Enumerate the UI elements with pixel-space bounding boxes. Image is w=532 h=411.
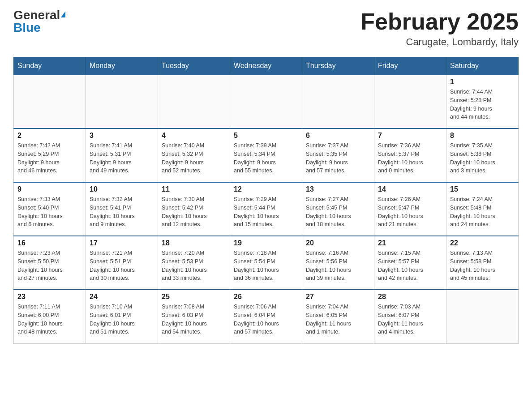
day-info: Sunrise: 7:32 AM Sunset: 5:41 PM Dayligh…: [90, 195, 154, 229]
table-row: [230, 75, 302, 128]
day-info: Sunrise: 7:35 AM Sunset: 5:38 PM Dayligh…: [450, 141, 515, 175]
day-number: 24: [90, 293, 154, 301]
day-info: Sunrise: 7:33 AM Sunset: 5:40 PM Dayligh…: [17, 195, 82, 229]
calendar-week-row: 9Sunrise: 7:33 AM Sunset: 5:40 PM Daylig…: [14, 182, 519, 236]
day-info: Sunrise: 7:40 AM Sunset: 5:32 PM Dayligh…: [162, 141, 226, 175]
table-row: [302, 75, 374, 128]
table-row: 17Sunrise: 7:21 AM Sunset: 5:51 PM Dayli…: [86, 236, 158, 290]
header-saturday: Saturday: [446, 57, 519, 75]
table-row: 2Sunrise: 7:42 AM Sunset: 5:29 PM Daylig…: [14, 128, 86, 182]
day-number: 4: [162, 132, 226, 140]
day-number: 20: [306, 239, 370, 247]
header-sunday: Sunday: [14, 57, 86, 75]
day-number: 2: [17, 132, 82, 140]
table-row: 14Sunrise: 7:26 AM Sunset: 5:47 PM Dayli…: [374, 182, 446, 236]
table-row: [446, 290, 519, 343]
table-row: 22Sunrise: 7:13 AM Sunset: 5:58 PM Dayli…: [446, 236, 519, 290]
table-row: [374, 75, 446, 128]
logo-blue: Blue: [13, 21, 41, 34]
day-number: 14: [378, 185, 442, 193]
day-info: Sunrise: 7:44 AM Sunset: 5:28 PM Dayligh…: [450, 88, 515, 121]
logo-triangle-icon: [61, 11, 65, 17]
day-number: 6: [306, 132, 370, 140]
table-row: [14, 75, 86, 128]
day-number: 8: [450, 132, 515, 140]
day-info: Sunrise: 7:10 AM Sunset: 6:01 PM Dayligh…: [90, 303, 154, 336]
table-row: 23Sunrise: 7:11 AM Sunset: 6:00 PM Dayli…: [14, 290, 86, 343]
table-row: 11Sunrise: 7:30 AM Sunset: 5:42 PM Dayli…: [158, 182, 230, 236]
day-number: 16: [17, 239, 82, 247]
day-info: Sunrise: 7:20 AM Sunset: 5:53 PM Dayligh…: [162, 249, 226, 283]
day-number: 10: [90, 185, 154, 193]
title-area: February 2025 Carugate, Lombardy, Italy: [360, 9, 519, 48]
table-row: 15Sunrise: 7:24 AM Sunset: 5:48 PM Dayli…: [446, 182, 519, 236]
table-row: 12Sunrise: 7:29 AM Sunset: 5:44 PM Dayli…: [230, 182, 302, 236]
table-row: 24Sunrise: 7:10 AM Sunset: 6:01 PM Dayli…: [86, 290, 158, 343]
day-number: 19: [234, 239, 298, 247]
day-number: 21: [378, 239, 442, 247]
day-number: 7: [378, 132, 442, 140]
table-row: 4Sunrise: 7:40 AM Sunset: 5:32 PM Daylig…: [158, 128, 230, 182]
table-row: 1Sunrise: 7:44 AM Sunset: 5:28 PM Daylig…: [446, 75, 519, 128]
day-number: 15: [450, 185, 515, 193]
day-number: 18: [162, 239, 226, 247]
day-number: 23: [17, 293, 82, 301]
day-number: 26: [234, 293, 298, 301]
day-number: 25: [162, 293, 226, 301]
day-number: 1: [450, 78, 515, 86]
header-tuesday: Tuesday: [158, 57, 230, 75]
calendar-header-row: Sunday Monday Tuesday Wednesday Thursday…: [14, 57, 519, 75]
day-info: Sunrise: 7:04 AM Sunset: 6:05 PM Dayligh…: [306, 303, 370, 336]
day-info: Sunrise: 7:24 AM Sunset: 5:48 PM Dayligh…: [450, 195, 515, 229]
table-row: [86, 75, 158, 128]
table-row: 8Sunrise: 7:35 AM Sunset: 5:38 PM Daylig…: [446, 128, 519, 182]
day-number: 11: [162, 185, 226, 193]
day-info: Sunrise: 7:11 AM Sunset: 6:00 PM Dayligh…: [17, 303, 82, 336]
day-info: Sunrise: 7:27 AM Sunset: 5:45 PM Dayligh…: [306, 195, 370, 229]
day-info: Sunrise: 7:29 AM Sunset: 5:44 PM Dayligh…: [234, 195, 298, 229]
day-info: Sunrise: 7:39 AM Sunset: 5:34 PM Dayligh…: [234, 141, 298, 175]
day-number: 9: [17, 185, 82, 193]
day-info: Sunrise: 7:15 AM Sunset: 5:57 PM Dayligh…: [378, 249, 442, 283]
table-row: 5Sunrise: 7:39 AM Sunset: 5:34 PM Daylig…: [230, 128, 302, 182]
table-row: 20Sunrise: 7:16 AM Sunset: 5:56 PM Dayli…: [302, 236, 374, 290]
calendar-week-row: 16Sunrise: 7:23 AM Sunset: 5:50 PM Dayli…: [14, 236, 519, 290]
day-info: Sunrise: 7:42 AM Sunset: 5:29 PM Dayligh…: [17, 141, 82, 175]
calendar-week-row: 2Sunrise: 7:42 AM Sunset: 5:29 PM Daylig…: [14, 128, 519, 182]
day-number: 28: [378, 293, 442, 301]
table-row: 3Sunrise: 7:41 AM Sunset: 5:31 PM Daylig…: [86, 128, 158, 182]
day-info: Sunrise: 7:08 AM Sunset: 6:03 PM Dayligh…: [162, 303, 226, 336]
day-info: Sunrise: 7:36 AM Sunset: 5:37 PM Dayligh…: [378, 141, 442, 175]
table-row: 18Sunrise: 7:20 AM Sunset: 5:53 PM Dayli…: [158, 236, 230, 290]
day-number: 27: [306, 293, 370, 301]
table-row: 28Sunrise: 7:03 AM Sunset: 6:07 PM Dayli…: [374, 290, 446, 343]
table-row: 9Sunrise: 7:33 AM Sunset: 5:40 PM Daylig…: [14, 182, 86, 236]
day-number: 12: [234, 185, 298, 193]
table-row: 10Sunrise: 7:32 AM Sunset: 5:41 PM Dayli…: [86, 182, 158, 236]
table-row: 7Sunrise: 7:36 AM Sunset: 5:37 PM Daylig…: [374, 128, 446, 182]
day-number: 17: [90, 239, 154, 247]
header-wednesday: Wednesday: [230, 57, 302, 75]
header-friday: Friday: [374, 57, 446, 75]
location-title: Carugate, Lombardy, Italy: [360, 36, 519, 48]
day-info: Sunrise: 7:16 AM Sunset: 5:56 PM Dayligh…: [306, 249, 370, 283]
logo-text: General: [13, 9, 65, 21]
table-row: 6Sunrise: 7:37 AM Sunset: 5:35 PM Daylig…: [302, 128, 374, 182]
table-row: 27Sunrise: 7:04 AM Sunset: 6:05 PM Dayli…: [302, 290, 374, 343]
calendar-week-row: 23Sunrise: 7:11 AM Sunset: 6:00 PM Dayli…: [14, 290, 519, 343]
day-info: Sunrise: 7:23 AM Sunset: 5:50 PM Dayligh…: [17, 249, 82, 283]
header-monday: Monday: [86, 57, 158, 75]
calendar-week-row: 1Sunrise: 7:44 AM Sunset: 5:28 PM Daylig…: [14, 75, 519, 128]
table-row: 26Sunrise: 7:06 AM Sunset: 6:04 PM Dayli…: [230, 290, 302, 343]
table-row: 25Sunrise: 7:08 AM Sunset: 6:03 PM Dayli…: [158, 290, 230, 343]
day-info: Sunrise: 7:26 AM Sunset: 5:47 PM Dayligh…: [378, 195, 442, 229]
day-info: Sunrise: 7:30 AM Sunset: 5:42 PM Dayligh…: [162, 195, 226, 229]
day-info: Sunrise: 7:41 AM Sunset: 5:31 PM Dayligh…: [90, 141, 154, 175]
day-info: Sunrise: 7:21 AM Sunset: 5:51 PM Dayligh…: [90, 249, 154, 283]
table-row: 13Sunrise: 7:27 AM Sunset: 5:45 PM Dayli…: [302, 182, 374, 236]
page-header: General Blue February 2025 Carugate, Lom…: [13, 9, 519, 48]
day-info: Sunrise: 7:03 AM Sunset: 6:07 PM Dayligh…: [378, 303, 442, 336]
logo-general: General: [13, 8, 65, 22]
day-number: 3: [90, 132, 154, 140]
header-thursday: Thursday: [302, 57, 374, 75]
